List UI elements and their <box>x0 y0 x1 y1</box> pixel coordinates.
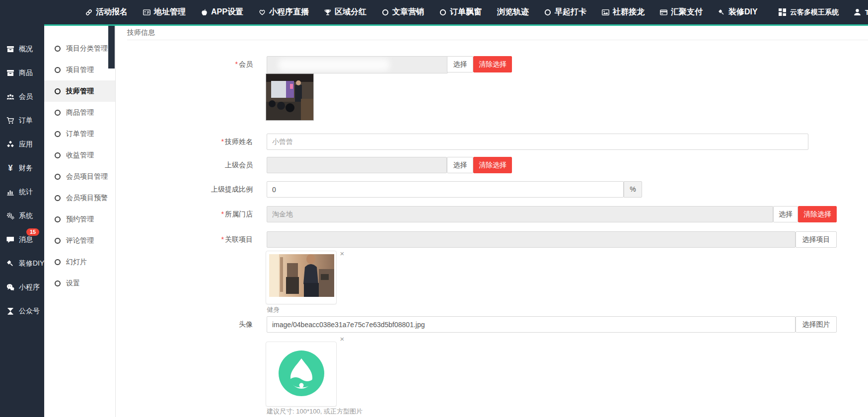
nav-item-address-manage[interactable]: 地址管理 <box>143 7 186 17</box>
credit-card-icon <box>660 9 667 16</box>
sidebar-item-apps[interactable]: 应用 <box>0 133 44 156</box>
circle-icon <box>55 238 61 244</box>
submenu-item-review-manage[interactable]: 评论管理 <box>44 230 115 251</box>
apple-icon <box>201 9 208 16</box>
circle-icon <box>55 152 61 158</box>
submenu-item-income-manage[interactable]: 收益管理 <box>44 144 115 166</box>
submenu-item-project-manage[interactable]: 项目管理 <box>44 59 115 80</box>
submenu-item-member-project-manage[interactable]: 会员项目管理 <box>44 166 115 187</box>
avatar-label: 头像 <box>116 316 253 333</box>
sidebar-item-decorate-diy[interactable]: 装修DIY <box>0 252 44 276</box>
heart-icon <box>259 9 266 15</box>
submenu-item-settings[interactable]: 设置 <box>44 273 115 294</box>
project-input[interactable] <box>267 231 796 248</box>
project-image <box>269 254 334 297</box>
sidebar-item-orders[interactable]: 订单 <box>0 109 44 133</box>
avatar-image-card[interactable] <box>266 342 337 407</box>
grid-icon <box>779 8 786 16</box>
nav-item-order-popup[interactable]: 订单飘窗 <box>439 7 482 17</box>
user-icon <box>854 8 861 16</box>
cubes-icon <box>6 140 14 148</box>
remove-project-image-icon[interactable]: × <box>339 250 346 257</box>
sidebar-item-goods[interactable]: 商品 <box>0 61 44 85</box>
ratio-label: 上级提成比例 <box>116 181 253 198</box>
member-label: *会员 <box>116 56 253 72</box>
sidebar-item-system[interactable]: 系统 <box>0 204 44 228</box>
sidebar-item-overview[interactable]: 概况 <box>0 37 44 61</box>
circle-icon <box>55 259 61 265</box>
sidebar-item-miniprogram[interactable]: 小程序 <box>0 276 44 299</box>
submenu-item-booking-manage[interactable]: 预约管理 <box>44 208 115 230</box>
ratio-input[interactable] <box>267 181 624 198</box>
project-select-button[interactable]: 选择项目 <box>796 231 837 248</box>
gears-icon <box>6 212 14 220</box>
circle-icon <box>55 131 61 137</box>
main-sidebar: 概况 商品 会员 订单 应用 ¥ 财务 统计 系统 <box>0 24 44 417</box>
hourglass-icon <box>6 307 14 315</box>
blurred-value <box>278 59 390 71</box>
project-image-card[interactable] <box>266 251 337 304</box>
top-nav-menu: 活动报名 地址管理 APP设置 小程序直播 区域分红 文章营销 <box>85 7 758 17</box>
nav-item-decorate-diy[interactable]: 装修DIY <box>718 7 758 17</box>
circle-icon <box>55 67 61 73</box>
circle-icon <box>55 216 61 222</box>
circle-icon <box>55 110 61 116</box>
top-nav-right: 云客多模王系统 TX <box>779 0 868 24</box>
nav-item-article-marketing[interactable]: 文章营销 <box>382 7 424 17</box>
nav-item-miniprogram-live[interactable]: 小程序直播 <box>259 7 309 17</box>
avatar-input[interactable] <box>267 316 796 333</box>
nav-item-huiju-pay[interactable]: 汇聚支付 <box>660 7 703 17</box>
parent-select-button[interactable]: 选择 <box>447 157 473 173</box>
submenu-item-project-category[interactable]: 项目分类管理 <box>44 38 115 59</box>
brand-menu[interactable]: 云客多模王系统 <box>779 8 839 17</box>
parent-label: 上级会员 <box>116 157 253 173</box>
nav-item-browse-track[interactable]: 浏览轨迹 <box>497 7 529 17</box>
user-menu[interactable]: TX <box>854 8 868 16</box>
remove-avatar-image-icon[interactable]: × <box>339 336 346 343</box>
store-label: *所属门店 <box>116 206 253 222</box>
brand-label: 云客多模王系统 <box>790 8 839 17</box>
sidebar-item-messages[interactable]: 消息 15 <box>0 228 44 252</box>
gavel-icon <box>6 260 14 268</box>
parent-clear-button[interactable]: 清除选择 <box>473 157 512 173</box>
submenu-panel: 项目分类管理 项目管理 技师管理 商品管理 订单管理 收益管理 会员项目管理 会… <box>44 26 116 417</box>
submenu-item-order-manage[interactable]: 订单管理 <box>44 123 115 144</box>
member-clear-button[interactable]: 清除选择 <box>473 56 512 72</box>
sidebar-item-official-account[interactable]: 公众号 <box>0 299 44 323</box>
users-icon <box>6 93 14 101</box>
submenu-scrollbar[interactable] <box>108 26 115 69</box>
submenu-item-goods-manage[interactable]: 商品管理 <box>44 102 115 123</box>
user-label: TX <box>865 8 868 16</box>
page-title: 技师信息 <box>127 26 868 40</box>
member-input[interactable] <box>267 56 448 73</box>
store-input[interactable] <box>267 206 773 222</box>
sidebar-item-statistics[interactable]: 统计 <box>0 180 44 204</box>
yen-icon: ¥ <box>6 164 14 173</box>
member-photo[interactable] <box>266 73 314 121</box>
submenu-item-slideshow[interactable]: 幻灯片 <box>44 251 115 273</box>
store-clear-button[interactable]: 清除选择 <box>798 206 837 222</box>
sidebar-item-members[interactable]: 会员 <box>0 85 44 109</box>
store-select-button[interactable]: 选择 <box>773 206 798 222</box>
nav-item-activity-signup[interactable]: 活动报名 <box>85 7 128 17</box>
form-row-member: *会员 选择 清除选择 <box>116 56 868 72</box>
form-row-name: *技师姓名 <box>116 134 868 150</box>
nav-item-early-checkin[interactable]: 早起打卡 <box>544 7 586 17</box>
nav-item-group-relay[interactable]: 社群接龙 <box>602 7 645 17</box>
app-window: 活动报名 地址管理 APP设置 小程序直播 区域分红 文章营销 <box>0 0 868 417</box>
percent-addon: % <box>624 181 642 198</box>
parent-input[interactable] <box>267 157 447 173</box>
name-input[interactable] <box>267 134 808 150</box>
submenu-item-technician-manage[interactable]: 技师管理 <box>44 80 115 102</box>
nav-item-app-settings[interactable]: APP设置 <box>201 7 243 17</box>
trophy-icon <box>324 9 331 16</box>
circle-icon <box>55 195 61 201</box>
nav-item-region-bonus[interactable]: 区域分红 <box>324 7 366 17</box>
submenu-item-member-project-alert[interactable]: 会员项目预警 <box>44 187 115 208</box>
circle-icon <box>55 46 61 52</box>
comment-icon <box>6 236 14 244</box>
member-select-button[interactable]: 选择 <box>447 56 473 72</box>
project-label: *关联项目 <box>116 231 253 248</box>
avatar-select-button[interactable]: 选择图片 <box>796 316 837 333</box>
sidebar-item-finance[interactable]: ¥ 财务 <box>0 156 44 180</box>
